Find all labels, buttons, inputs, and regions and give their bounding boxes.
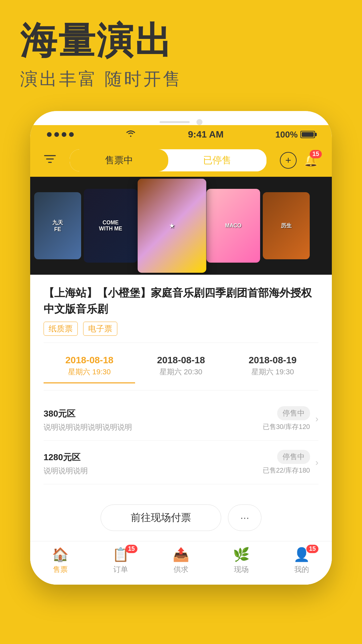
ticket-desc-2: 说明说明说明 — [44, 466, 263, 476]
phone-notch — [30, 111, 332, 125]
wifi-icon — [125, 129, 136, 140]
date-sub-1: 星期六 19:30 — [46, 367, 132, 377]
nav-item-orders[interactable]: 15 📋 订单 — [104, 547, 137, 575]
phone-body: 9:41 AM 100% 售票中 已停售 + � — [30, 111, 332, 585]
sell-icon: 🏠 — [52, 547, 69, 562]
signal-dots — [47, 132, 74, 137]
tab-group: 售票中 已停售 — [70, 149, 266, 171]
carousel-item-4[interactable]: MACO — [206, 189, 260, 263]
live-icon: 🌿 — [233, 547, 250, 562]
ticket-row-1[interactable]: 380元区 说明说明说明说明说明说明 停售中 已售30/库存120 › — [44, 397, 318, 441]
tag-paper: 纸质票 — [44, 322, 78, 336]
ticket-price-1: 380元区 — [44, 405, 263, 420]
speaker — [160, 121, 190, 123]
bottom-actions: 前往现场付票 ··· — [30, 494, 332, 541]
more-button[interactable]: ··· — [228, 504, 262, 531]
goto-venue-button[interactable]: 前往现场付票 — [101, 504, 221, 531]
date-sub-2: 星期六 20:30 — [138, 367, 224, 377]
ticket-tags: 纸质票 电子票 — [44, 322, 318, 336]
orders-label: 订单 — [113, 565, 128, 575]
nav-item-live[interactable]: 🌿 现场 — [225, 547, 258, 575]
battery-icon — [300, 131, 315, 138]
ticket-status-2: 停售中 已售22/库存180 — [263, 450, 310, 475]
status-badge-2: 停售中 — [277, 450, 310, 464]
status-badge-1: 停售中 — [277, 406, 310, 420]
filter-icon[interactable] — [44, 153, 56, 167]
bottom-pad — [0, 585, 362, 605]
header-actions: + 🔔 15 — [280, 152, 318, 169]
date-main-3: 2018-08-19 — [230, 355, 316, 366]
nav-item-mine[interactable]: 15 👤 我的 — [285, 547, 318, 575]
chevron-icon-1: › — [315, 414, 318, 424]
hero-subtitle: 演出丰富 随时开售 — [20, 67, 342, 91]
supply-label: 供求 — [174, 565, 188, 575]
bottom-nav: 🏠 售票 15 📋 订单 📤 供求 🌿 现场 15 👤 我的 — [30, 541, 332, 585]
carousel-item-3[interactable]: ★ — [137, 179, 206, 273]
chevron-icon-2: › — [315, 457, 318, 468]
status-bar: 9:41 AM 100% — [30, 125, 332, 144]
mine-badge: 15 — [306, 545, 318, 553]
live-label: 现场 — [234, 565, 249, 575]
date-sub-3: 星期六 19:30 — [230, 367, 316, 377]
ticket-desc-1: 说明说明说明说明说明说明 — [44, 422, 263, 432]
ticket-info-1: 380元区 说明说明说明说明说明说明 — [44, 405, 263, 432]
notch-row — [50, 119, 312, 125]
date-selector: 2018-08-18 星期六 19:30 2018-08-18 星期六 20:3… — [44, 350, 318, 383]
date-item-2[interactable]: 2018-08-18 星期六 20:30 — [135, 350, 227, 383]
carousel-item-2[interactable]: COMEWITH ME — [84, 189, 137, 263]
tab-on-sale[interactable]: 售票中 — [70, 149, 168, 171]
ticket-status-1: 停售中 已售30/库存120 — [263, 406, 310, 431]
hero-section: 海量演出 演出丰富 随时开售 — [0, 0, 362, 91]
event-title: 【上海站】【小橙堡】家庭音乐剧四季剧团首部海外授权中文版音乐剧 — [44, 285, 318, 317]
ticket-row-2[interactable]: 1280元区 说明说明说明 停售中 已售22/库存180 › — [44, 441, 318, 484]
mine-label: 我的 — [294, 565, 309, 575]
nav-item-supply[interactable]: 📤 供求 — [164, 547, 198, 575]
app-header: 售票中 已停售 + 🔔 15 — [30, 144, 332, 177]
date-main-2: 2018-08-18 — [138, 355, 224, 366]
hero-title: 海量演出 — [20, 20, 342, 61]
nav-item-sell[interactable]: 🏠 售票 — [44, 547, 77, 575]
carousel-item-1[interactable]: 九天FE — [34, 192, 81, 259]
divider-2 — [44, 390, 318, 390]
date-item-1[interactable]: 2018-08-18 星期六 19:30 — [44, 350, 135, 383]
ticket-info-2: 1280元区 说明说明说明 — [44, 449, 263, 476]
supply-icon: 📤 — [173, 547, 189, 562]
notification-button[interactable]: 🔔 15 — [303, 153, 318, 167]
sell-label: 售票 — [53, 565, 68, 575]
carousel-item-5[interactable]: 历生 — [263, 192, 310, 259]
status-battery: 100% — [276, 129, 315, 140]
ticket-stock-2: 已售22/库存180 — [263, 466, 310, 475]
show-carousel: 九天FE COMEWITH ME ★ MACO 历生 — [30, 177, 332, 275]
ticket-price-2: 1280元区 — [44, 449, 263, 463]
date-item-3[interactable]: 2018-08-19 星期六 19:30 — [227, 350, 318, 383]
divider-1 — [44, 342, 318, 343]
add-button[interactable]: + — [280, 152, 297, 169]
tab-stopped[interactable]: 已停售 — [168, 149, 267, 171]
notification-badge: 15 — [310, 150, 322, 158]
date-main-1: 2018-08-18 — [46, 355, 132, 366]
tag-electronic: 电子票 — [83, 322, 117, 336]
content-area: 【上海站】【小橙堡】家庭音乐剧四季剧团首部海外授权中文版音乐剧 纸质票 电子票 … — [30, 275, 332, 494]
front-camera — [196, 119, 202, 125]
phone-mockup: 9:41 AM 100% 售票中 已停售 + � — [0, 111, 362, 585]
status-time: 9:41 AM — [188, 129, 224, 140]
orders-badge: 15 — [125, 545, 137, 553]
ticket-stock-1: 已售30/库存120 — [263, 422, 310, 431]
